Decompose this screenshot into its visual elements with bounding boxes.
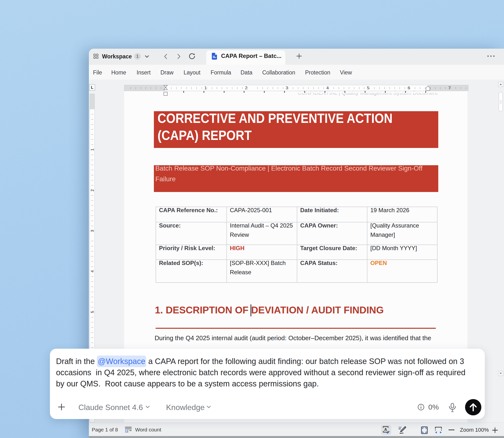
svg-text:12: 12 xyxy=(125,429,128,433)
svg-text:A: A xyxy=(384,427,387,432)
